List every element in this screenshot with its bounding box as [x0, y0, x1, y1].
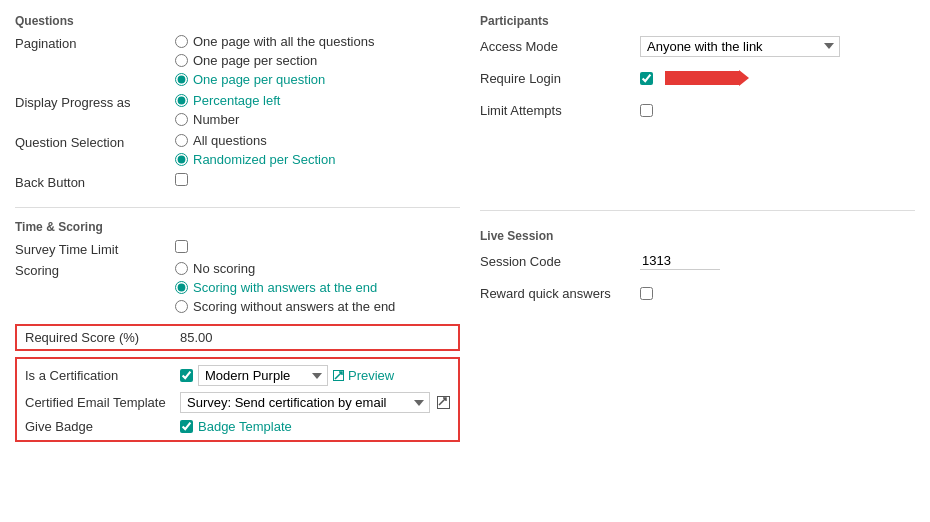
display-progress-radio-2[interactable]	[175, 113, 188, 126]
scoring-options: No scoring Scoring with answers at the e…	[175, 261, 395, 316]
scoring-radio-3[interactable]	[175, 300, 188, 313]
scoring-option-3[interactable]: Scoring without answers at the end	[175, 299, 395, 314]
reward-quick-row: Reward quick answers	[480, 281, 915, 305]
scoring-option-2-label: Scoring with answers at the end	[193, 280, 377, 295]
give-badge-value: Badge Template	[180, 419, 292, 434]
question-selection-options: All questions Randomized per Section	[175, 133, 335, 169]
pagination-radio-1[interactable]	[175, 35, 188, 48]
session-code-input[interactable]	[640, 252, 720, 270]
question-selection-option-2-label: Randomized per Section	[193, 152, 335, 167]
reward-quick-value	[640, 287, 653, 300]
certification-theme-select[interactable]: Modern Purple	[198, 365, 328, 386]
display-progress-option-1-label: Percentage left	[193, 93, 280, 108]
display-progress-radio-1[interactable]	[175, 94, 188, 107]
scoring-radio-1[interactable]	[175, 262, 188, 275]
display-progress-label: Display Progress as	[15, 93, 175, 110]
question-selection-option-1-label: All questions	[193, 133, 267, 148]
certified-email-select[interactable]: Survey: Send certification by email	[180, 392, 430, 413]
limit-attempts-checkbox[interactable]	[640, 104, 653, 117]
display-progress-option-2-label: Number	[193, 112, 239, 127]
give-badge-row: Give Badge Badge Template	[25, 419, 450, 434]
pagination-option-1-label: One page with all the questions	[193, 34, 374, 49]
preview-link[interactable]: Preview	[333, 368, 394, 383]
scoring-option-1[interactable]: No scoring	[175, 261, 395, 276]
access-mode-label: Access Mode	[480, 39, 640, 54]
external-email-icon	[437, 396, 450, 409]
access-mode-select[interactable]: Anyone with the link Everyone Invite Onl…	[640, 36, 840, 57]
limit-attempts-value	[640, 104, 653, 117]
pagination-options: One page with all the questions One page…	[175, 34, 374, 89]
session-code-label: Session Code	[480, 254, 640, 269]
pagination-option-3[interactable]: One page per question	[175, 72, 374, 87]
display-progress-options: Percentage left Number	[175, 93, 280, 129]
preview-label: Preview	[348, 368, 394, 383]
red-arrow-annotation	[665, 71, 740, 85]
scoring-option-2[interactable]: Scoring with answers at the end	[175, 280, 395, 295]
questions-section-title: Questions	[15, 14, 460, 28]
pagination-option-3-label: One page per question	[193, 72, 325, 87]
scoring-radio-2[interactable]	[175, 281, 188, 294]
scoring-label: Scoring	[15, 261, 175, 278]
question-selection-radio-2[interactable]	[175, 153, 188, 166]
display-progress-option-2[interactable]: Number	[175, 112, 280, 127]
back-button-checkbox[interactable]	[175, 173, 188, 186]
give-badge-checkbox[interactable]	[180, 420, 193, 433]
pagination-option-2-label: One page per section	[193, 53, 317, 68]
required-score-value: 85.00	[180, 330, 213, 345]
pagination-radio-3[interactable]	[175, 73, 188, 86]
certification-label: Is a Certification	[25, 368, 180, 383]
pagination-option-1[interactable]: One page with all the questions	[175, 34, 374, 49]
certification-value: Modern Purple Preview	[180, 365, 394, 386]
question-selection-option-2[interactable]: Randomized per Section	[175, 152, 335, 167]
pagination-option-2[interactable]: One page per section	[175, 53, 374, 68]
certification-box: Is a Certification Modern Purple Preview	[15, 357, 460, 442]
certification-checkbox[interactable]	[180, 369, 193, 382]
give-badge-label: Give Badge	[25, 419, 180, 434]
question-selection-option-1[interactable]: All questions	[175, 133, 335, 148]
pagination-label: Pagination	[15, 34, 175, 51]
reward-quick-checkbox[interactable]	[640, 287, 653, 300]
require-login-checkbox[interactable]	[640, 72, 653, 85]
survey-time-limit-checkbox[interactable]	[175, 240, 188, 253]
scoring-option-1-label: No scoring	[193, 261, 255, 276]
pagination-radio-2[interactable]	[175, 54, 188, 67]
session-code-row: Session Code	[480, 249, 915, 273]
question-selection-radio-1[interactable]	[175, 134, 188, 147]
survey-time-limit-label: Survey Time Limit	[15, 240, 175, 257]
required-score-label: Required Score (%)	[25, 330, 180, 345]
live-session-section-title: Live Session	[480, 229, 915, 243]
required-score-row: Required Score (%) 85.00	[15, 324, 460, 351]
external-link-icon	[333, 370, 344, 381]
session-code-value	[640, 252, 720, 270]
reward-quick-label: Reward quick answers	[480, 286, 640, 301]
require-login-value	[640, 71, 740, 85]
display-progress-option-1[interactable]: Percentage left	[175, 93, 280, 108]
certified-email-row: Certified Email Template Survey: Send ce…	[25, 392, 450, 413]
question-selection-label: Question Selection	[15, 133, 175, 150]
scoring-option-3-label: Scoring without answers at the end	[193, 299, 395, 314]
back-button-label: Back Button	[15, 173, 175, 190]
access-mode-row: Access Mode Anyone with the link Everyon…	[480, 34, 915, 58]
back-button-check	[175, 173, 188, 189]
limit-attempts-row: Limit Attempts	[480, 98, 915, 122]
certification-row: Is a Certification Modern Purple Preview	[25, 365, 450, 386]
require-login-label: Require Login	[480, 71, 640, 86]
limit-attempts-label: Limit Attempts	[480, 103, 640, 118]
require-login-row: Require Login	[480, 66, 915, 90]
participants-section-title: Participants	[480, 14, 915, 28]
badge-template-link[interactable]: Badge Template	[198, 419, 292, 434]
access-mode-value: Anyone with the link Everyone Invite Onl…	[640, 36, 840, 57]
time-scoring-section-title: Time & Scoring	[15, 220, 460, 234]
certified-email-label: Certified Email Template	[25, 395, 180, 410]
certified-email-value: Survey: Send certification by email	[180, 392, 450, 413]
